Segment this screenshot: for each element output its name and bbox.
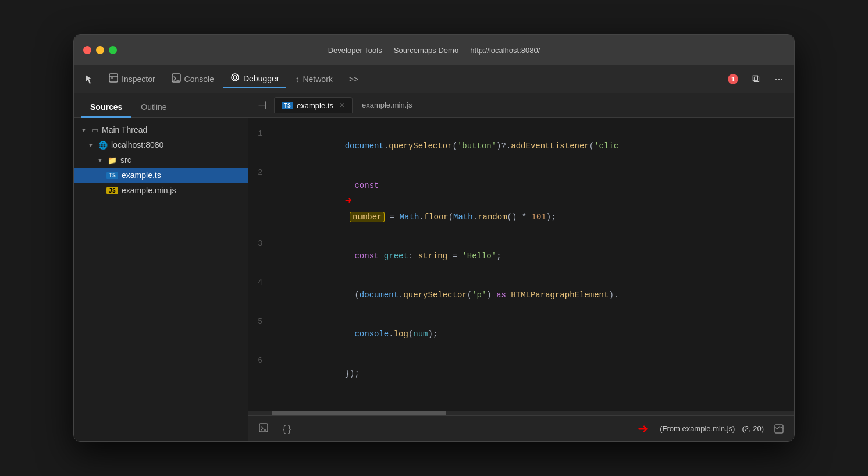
inspector-label: Inspector xyxy=(122,74,155,84)
code-line-6: 6 }); xyxy=(248,354,794,393)
more-options-icon: ··· xyxy=(774,73,783,85)
source-map-settings-button[interactable] xyxy=(771,421,787,437)
tree-item-src[interactable]: ▼ 📁 src xyxy=(74,152,248,168)
svg-rect-5 xyxy=(259,424,268,432)
expand-arrow: ▼ xyxy=(88,142,95,148)
more-tabs-label: >> xyxy=(349,74,358,84)
example-min-js-tab-label: example.min.js xyxy=(362,101,412,109)
close-tab-button[interactable]: ✕ xyxy=(339,101,345,109)
sidebar-tabs: Sources Outline xyxy=(74,93,248,118)
line-number-5: 5 xyxy=(248,316,272,328)
src-label: src xyxy=(120,155,131,165)
main-thread-label: Main Thread xyxy=(102,125,147,134)
tab-console[interactable]: Console xyxy=(165,70,221,88)
editor-tabs: ⊣ TS example.ts ✕ example.min.js xyxy=(248,93,794,118)
svg-rect-2 xyxy=(172,74,180,82)
code-line-1: 1 document.querySelector('button')?.addE… xyxy=(248,127,794,166)
more-options-button[interactable]: ··· xyxy=(769,69,789,90)
network-label: Network xyxy=(303,74,332,84)
svg-rect-6 xyxy=(775,425,783,433)
tab-inspector[interactable]: Inspector xyxy=(102,70,162,88)
traffic-lights xyxy=(83,46,117,54)
minimize-button[interactable] xyxy=(96,46,104,54)
ts-tab-badge: TS xyxy=(282,102,293,109)
code-line-3: 3 const greet: string = 'Hello'; xyxy=(248,237,794,276)
console-icon xyxy=(172,73,181,84)
window-title: Developer Tools — Sourcemaps Demo — http… xyxy=(328,46,540,55)
code-line-4: 4 (document.querySelector('p') as HTMLPa… xyxy=(248,276,794,315)
editor-tab-example-ts[interactable]: TS example.ts ✕ xyxy=(274,97,353,113)
line-code-2: const ➜ number = Math.floor(Math.random(… xyxy=(272,166,565,237)
main-content: Sources Outline ▼ ▭ Main Thread ▼ 🌐 loca… xyxy=(74,93,794,441)
devtools-window: Developer Tools — Sourcemaps Demo — http… xyxy=(73,34,795,442)
more-tabs-button[interactable]: >> xyxy=(342,71,365,87)
line-code-1: document.querySelector('button')?.addEve… xyxy=(272,127,628,166)
inspector-icon xyxy=(109,73,118,84)
tree-item-example-min-js[interactable]: JS example.min.js xyxy=(74,183,248,198)
line-code-3: const greet: string = 'Hello'; xyxy=(272,237,511,276)
expand-arrow: ▼ xyxy=(81,127,88,133)
format-button[interactable]: { } xyxy=(279,421,295,437)
format-icon: { } xyxy=(283,424,291,434)
code-content: 1 document.querySelector('button')?.addE… xyxy=(248,118,794,402)
scrollbar-thumb[interactable] xyxy=(272,411,446,415)
sidebar-tree: ▼ ▭ Main Thread ▼ 🌐 localhost:8080 ▼ 📁 s… xyxy=(74,118,248,441)
example-ts-tab-label: example.ts xyxy=(297,101,333,110)
error-badge[interactable]: 1 xyxy=(723,72,743,87)
debugger-label: Debugger xyxy=(243,74,279,83)
svg-point-3 xyxy=(232,74,239,81)
code-line-2: 2 const ➜ number = Math.floor(Math.rando… xyxy=(248,166,794,237)
svg-point-4 xyxy=(233,76,237,79)
line-code-5: console.log(num); xyxy=(272,315,447,354)
tab-network[interactable]: ↕ Network xyxy=(288,71,339,87)
tree-item-main-thread[interactable]: ▼ ▭ Main Thread xyxy=(74,122,248,137)
console-label: Console xyxy=(184,74,214,84)
line-number-2: 2 xyxy=(248,167,272,179)
line-code-4: (document.querySelector('p') as HTMLPara… xyxy=(272,276,628,315)
sidebar-tab-sources[interactable]: Sources xyxy=(81,98,131,118)
pretty-print-icon xyxy=(258,422,269,435)
tree-item-localhost[interactable]: ▼ 🌐 localhost:8080 xyxy=(74,137,248,152)
outline-label: Outline xyxy=(141,102,166,112)
example-min-js-label: example.min.js xyxy=(122,186,176,195)
source-origin-label: (From example.min.js) xyxy=(660,424,735,433)
line-number-6: 6 xyxy=(248,355,272,367)
example-ts-label: example.ts xyxy=(122,170,161,180)
tab-debugger[interactable]: Debugger xyxy=(223,69,286,88)
editor-area: ⊣ TS example.ts ✕ example.min.js 1 xyxy=(248,93,794,441)
debugger-icon xyxy=(230,73,240,84)
pretty-print-toggle-button[interactable] xyxy=(255,421,272,437)
line-number-4: 4 xyxy=(248,277,272,289)
ts-badge: TS xyxy=(106,172,118,179)
thread-icon: ▭ xyxy=(91,126,98,134)
line-number-3: 3 xyxy=(248,238,272,250)
globe-icon: 🌐 xyxy=(98,141,108,150)
titlebar: Developer Tools — Sourcemaps Demo — http… xyxy=(74,35,794,65)
responsive-design-button[interactable]: ⧉ xyxy=(745,69,766,90)
sources-label: Sources xyxy=(90,102,122,112)
localhost-label: localhost:8080 xyxy=(111,140,163,150)
error-count: 1 xyxy=(728,74,738,84)
source-map-arrow-icon: ➜ xyxy=(638,421,648,436)
status-bar: { } ➜ (From example.min.js) (2, 20) xyxy=(248,415,794,441)
close-button[interactable] xyxy=(83,46,91,54)
line-number-1: 1 xyxy=(248,128,272,140)
toolbar: Inspector Console Debugger ↕ xyxy=(74,65,794,93)
responsive-icon: ⧉ xyxy=(752,73,760,85)
line-code-6: }); xyxy=(272,354,369,393)
source-coords-label: (2, 20) xyxy=(742,424,764,433)
sidebar: Sources Outline ▼ ▭ Main Thread ▼ 🌐 loca… xyxy=(74,93,248,441)
svg-rect-1 xyxy=(111,77,113,79)
editor-tab-example-min-js[interactable]: example.min.js xyxy=(355,97,419,113)
tree-item-example-ts[interactable]: TS example.ts xyxy=(74,168,248,183)
cursor-tool-button[interactable] xyxy=(79,69,99,90)
maximize-button[interactable] xyxy=(109,46,117,54)
expand-arrow: ▼ xyxy=(97,157,104,164)
network-icon: ↕ xyxy=(295,74,299,84)
sidebar-tab-outline[interactable]: Outline xyxy=(131,98,176,118)
toggle-sidebar-button[interactable]: ⊣ xyxy=(253,97,272,114)
code-line-5: 5 console.log(num); xyxy=(248,315,794,354)
editor-horizontal-scrollbar[interactable] xyxy=(248,411,794,415)
code-editor[interactable]: 1 document.querySelector('button')?.addE… xyxy=(248,118,794,411)
folder-icon: 📁 xyxy=(108,156,117,165)
